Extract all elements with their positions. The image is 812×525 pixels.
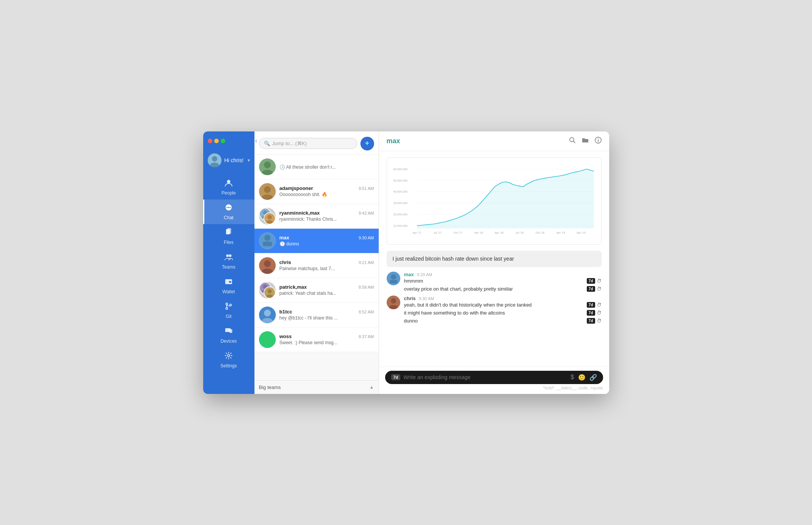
chat-name: b1tcc xyxy=(280,309,292,315)
close-button[interactable] xyxy=(208,139,212,143)
svg-point-10 xyxy=(226,254,229,257)
svg-rect-13 xyxy=(229,281,231,283)
svg-point-47 xyxy=(259,331,276,348)
chat-name: max xyxy=(280,235,289,240)
minimize-button[interactable] xyxy=(214,139,219,143)
svg-text:Oct '18: Oct '18 xyxy=(536,231,544,234)
chat-input-row: 7d $ 🙂 🔗 xyxy=(385,371,603,384)
title-bar xyxy=(203,131,254,150)
sidebar-item-git[interactable]: Git xyxy=(203,298,254,323)
sidebar-item-chat[interactable]: Chat xyxy=(203,199,254,224)
chat-preview: ryanminnick: Thanks Chris... xyxy=(280,217,374,222)
sidebar-item-people[interactable]: People xyxy=(203,175,254,199)
message-row: max 9:29 AM hmmmm 7d ⏱ overlay price on … xyxy=(387,272,602,294)
svg-text:Oct '17: Oct '17 xyxy=(453,231,462,234)
list-item[interactable]: ryanminnick,max 9:42 AM ryanminnick: Tha… xyxy=(254,204,379,229)
svg-point-79 xyxy=(391,298,396,304)
list-item[interactable]: b1tcc 8:52 AM hey @b1tcc - I'll share th… xyxy=(254,303,379,327)
svg-point-5 xyxy=(227,207,228,208)
sidebar-item-label: Teams xyxy=(222,264,235,270)
chevron-up-icon: ▲ xyxy=(370,384,374,390)
svg-point-7 xyxy=(230,207,231,208)
list-item[interactable]: patrick,max 8:58 AM patrick: Yeah chat s… xyxy=(254,278,379,303)
svg-rect-34 xyxy=(263,242,272,246)
list-item[interactable]: woss 8:37 AM Sweet. :) Please send msg..… xyxy=(254,327,379,352)
svg-point-14 xyxy=(226,303,228,305)
emoji-icon[interactable]: 🙂 xyxy=(578,374,586,381)
list-item[interactable]: adamjspooner 9:51 AM Oooooooooooh shit. … xyxy=(254,179,379,204)
svg-text:Jan '18: Jan '18 xyxy=(474,231,483,234)
input-icons: $ 🙂 🔗 xyxy=(571,374,597,381)
chat-name: woss xyxy=(280,334,292,339)
svg-text:Jul '18: Jul '18 xyxy=(515,231,523,234)
message-input[interactable] xyxy=(403,374,567,380)
back-button[interactable]: ‹ xyxy=(255,137,258,145)
sidebar-item-teams[interactable]: Teams xyxy=(203,249,254,274)
timer-icon: ⏱ xyxy=(597,318,602,324)
chat-info: adamjspooner 9:51 AM Oooooooooooh shit. … xyxy=(280,185,374,197)
maximize-button[interactable] xyxy=(221,139,225,143)
avatar xyxy=(259,331,276,348)
teams-icon xyxy=(224,253,233,263)
compose-button[interactable]: + xyxy=(360,137,374,150)
msg-line: it might have something to do with the a… xyxy=(404,310,602,316)
sidebar-item-devices[interactable]: Devices xyxy=(203,323,254,348)
list-item[interactable]: chris 9:21 AM Pairwise matchups, last 7.… xyxy=(254,253,379,278)
sidebar-item-files[interactable]: Files xyxy=(203,224,254,249)
list-item[interactable]: 🕓 All these stroller don't r... xyxy=(254,155,379,179)
message-text: I just realized bitcoin hash rate down s… xyxy=(393,256,514,262)
dollar-icon[interactable]: $ xyxy=(571,374,574,381)
chat-info: b1tcc 8:52 AM hey @b1tcc - I'll share th… xyxy=(280,309,374,321)
sidebar-item-label: Files xyxy=(224,240,233,245)
sidebar-item-settings[interactable]: Settings xyxy=(203,348,254,372)
svg-text:20,000,000: 20,000,000 xyxy=(393,213,407,216)
svg-point-21 xyxy=(264,161,271,168)
avatar xyxy=(259,183,276,200)
expiry-badge: 7d xyxy=(587,286,595,292)
user-header[interactable]: Hi chris! ▾ xyxy=(203,150,254,170)
people-icon xyxy=(224,179,233,189)
svg-text:Jul '17: Jul '17 xyxy=(433,231,441,234)
chat-preview: 🕓 All these stroller don't r... xyxy=(280,164,374,170)
svg-point-36 xyxy=(264,260,271,267)
svg-point-31 xyxy=(266,220,273,224)
expiry-badge: 7d xyxy=(587,278,595,284)
chat-info: ryanminnick,max 9:42 AM ryanminnick: Tha… xyxy=(280,210,374,222)
svg-text:50,000,000: 50,000,000 xyxy=(393,179,407,182)
search-icon: 🔍 xyxy=(264,141,270,146)
files-icon xyxy=(224,228,233,238)
msg-line: dunno 7d ⏱ xyxy=(404,318,602,324)
svg-rect-9 xyxy=(227,228,231,234)
svg-text:30,000,000: 30,000,000 xyxy=(393,201,407,205)
chat-name: patrick,max xyxy=(280,284,307,290)
avatar xyxy=(208,153,221,167)
link-icon[interactable]: 🔗 xyxy=(589,374,597,381)
svg-point-24 xyxy=(264,186,271,193)
folder-icon[interactable] xyxy=(582,137,589,145)
msg-content: max 9:29 AM hmmmm 7d ⏱ overlay price on … xyxy=(404,272,602,294)
expiry-badge-input[interactable]: 7d xyxy=(391,374,401,380)
sidebar-item-wallet[interactable]: Wallet xyxy=(203,274,254,298)
sidebar-item-label: People xyxy=(221,190,235,196)
avatar xyxy=(259,158,276,175)
search-icon[interactable] xyxy=(569,137,576,145)
list-item-active[interactable]: max 9:30 AM 🕓 dunno xyxy=(254,229,379,253)
svg-point-30 xyxy=(267,215,272,219)
wallet-icon xyxy=(224,277,233,288)
expiry-badge: 7d xyxy=(587,310,595,316)
sidebar-item-label: Chat xyxy=(224,215,233,220)
svg-point-33 xyxy=(264,235,270,241)
search-bar[interactable]: 🔍 Jump to... (⌘K) xyxy=(259,138,357,149)
chat-time: 9:42 AM xyxy=(359,211,374,215)
git-icon xyxy=(224,302,233,312)
info-icon[interactable] xyxy=(595,137,602,145)
sidebar: Hi chris! ▾ People Chat xyxy=(203,131,254,394)
expiry-badge: 7d xyxy=(587,318,595,324)
svg-point-42 xyxy=(267,289,272,293)
avatar xyxy=(387,272,400,285)
chat-list-footer[interactable]: Big teams ▲ xyxy=(254,380,379,394)
chat-info: chris 9:21 AM Pairwise matchups, last 7.… xyxy=(280,259,374,271)
chat-info: patrick,max 8:58 AM patrick: Yeah chat s… xyxy=(280,284,374,296)
svg-point-52 xyxy=(598,138,599,139)
chat-main-header: max xyxy=(379,131,609,151)
